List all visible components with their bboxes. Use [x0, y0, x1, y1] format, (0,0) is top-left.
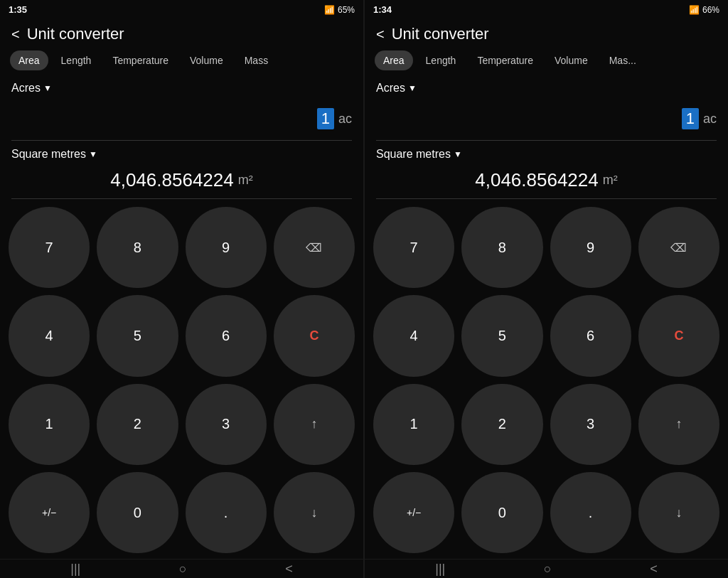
input-value-right: 1 ac	[682, 108, 717, 129]
from-unit-selector-right[interactable]: Acres ▼	[365, 76, 728, 97]
key-7-right[interactable]: 7	[373, 207, 454, 288]
key-8-left[interactable]: 8	[97, 207, 178, 288]
key-7-left[interactable]: 7	[9, 207, 90, 288]
input-value-left: 1 ac	[317, 108, 352, 129]
key-clear-left[interactable]: C	[274, 295, 355, 376]
status-icons-right: 📶 66%	[689, 5, 719, 15]
key-plusminus-left[interactable]: +/−	[9, 472, 90, 553]
key-6-right[interactable]: 6	[550, 295, 631, 376]
nav-back-right[interactable]: <	[650, 562, 658, 577]
key-2-left[interactable]: 2	[97, 384, 178, 465]
key-9-left[interactable]: 9	[186, 207, 267, 288]
tab-area-left[interactable]: Area	[10, 50, 48, 70]
left-phone-panel: 1:35 📶 65% < Unit converter Area Length …	[0, 0, 364, 578]
output-unit-label-left: Square metres	[11, 148, 86, 161]
status-time-left: 1:35	[9, 4, 27, 15]
key-8-right[interactable]: 8	[461, 207, 542, 288]
battery-left: 65%	[338, 5, 355, 15]
tab-temperature-left[interactable]: Temperature	[104, 50, 177, 70]
key-plusminus-right[interactable]: +/−	[373, 472, 454, 553]
status-bar-right: 1:34 📶 66%	[365, 0, 728, 19]
key-5-left[interactable]: 5	[97, 295, 178, 376]
nav-recents-right[interactable]: |||	[435, 562, 445, 577]
status-time-right: 1:34	[373, 4, 392, 15]
nav-recents-left[interactable]: |||	[70, 562, 80, 577]
battery-right: 66%	[702, 5, 719, 15]
output-divider-right	[376, 198, 717, 199]
output-unit-selector-right[interactable]: Square metres ▼	[365, 141, 728, 165]
key-3-right[interactable]: 3	[550, 384, 631, 465]
key-0-right[interactable]: 0	[461, 472, 542, 553]
output-unit-arrow-right: ▼	[454, 149, 462, 159]
key-9-right[interactable]: 9	[550, 207, 631, 288]
output-unit-label-right: Square metres	[376, 148, 451, 161]
signal-icon-left: 📶	[324, 5, 335, 15]
tab-volume-left[interactable]: Volume	[181, 50, 232, 70]
nav-bar-right: ||| ○ <	[365, 559, 728, 578]
keypad-right: 7 8 9 ⌫ 4 5 6 C 1 2 3 ↑ +/− 0 . ↓	[365, 201, 728, 559]
nav-home-right[interactable]: ○	[544, 562, 552, 577]
tab-length-right[interactable]: Length	[417, 50, 465, 70]
output-divider-left	[11, 198, 352, 199]
key-1-right[interactable]: 1	[373, 384, 454, 465]
tab-area-right[interactable]: Area	[375, 50, 413, 70]
status-icons-left: 📶 65%	[324, 5, 355, 15]
from-unit-label-left: Acres	[11, 82, 41, 95]
tabs-row-left: Area Length Temperature Volume Mass	[0, 50, 363, 70]
tab-volume-right[interactable]: Volume	[546, 50, 596, 70]
input-area-right: 1 ac	[365, 97, 728, 140]
output-value-right: 4,046.8564224	[475, 169, 599, 191]
input-unit-right: ac	[703, 112, 717, 127]
back-button-left[interactable]: <	[11, 26, 20, 43]
key-4-right[interactable]: 4	[373, 295, 454, 376]
tab-length-left[interactable]: Length	[53, 50, 100, 70]
app-title-right: Unit converter	[392, 25, 489, 43]
key-backspace-right[interactable]: ⌫	[638, 207, 719, 288]
nav-bar-left: ||| ○ <	[0, 559, 363, 578]
input-number-right[interactable]: 1	[682, 108, 699, 129]
header-left: < Unit converter	[0, 19, 363, 50]
from-unit-selector-left[interactable]: Acres ▼	[0, 76, 363, 97]
key-0-left[interactable]: 0	[97, 472, 178, 553]
input-number-left[interactable]: 1	[317, 108, 334, 129]
key-6-left[interactable]: 6	[186, 295, 267, 376]
from-unit-arrow-left: ▼	[43, 83, 52, 93]
back-button-right[interactable]: <	[376, 26, 385, 43]
input-unit-left: ac	[338, 112, 352, 127]
nav-home-left[interactable]: ○	[179, 562, 187, 577]
input-area-left: 1 ac	[0, 97, 363, 140]
tab-mass-left[interactable]: Mass	[236, 50, 277, 70]
from-unit-arrow-right: ▼	[408, 83, 417, 93]
key-arrow-up-left[interactable]: ↑	[274, 384, 355, 465]
output-unit-sym-right: m²	[603, 173, 618, 188]
app-title-left: Unit converter	[27, 25, 124, 43]
key-decimal-left[interactable]: .	[186, 472, 267, 553]
tab-temperature-right[interactable]: Temperature	[469, 50, 542, 70]
key-1-left[interactable]: 1	[9, 384, 90, 465]
output-area-right: 4,046.8564224 m²	[365, 165, 728, 198]
key-decimal-right[interactable]: .	[550, 472, 631, 553]
from-unit-label-right: Acres	[376, 82, 405, 95]
output-value-left: 4,046.8564224	[110, 169, 234, 191]
output-unit-selector-left[interactable]: Square metres ▼	[0, 141, 363, 165]
keypad-left: 7 8 9 ⌫ 4 5 6 C 1 2 3 ↑ +/− 0 . ↓	[0, 201, 363, 559]
key-3-left[interactable]: 3	[186, 384, 267, 465]
signal-icon-right: 📶	[689, 5, 700, 15]
output-unit-sym-left: m²	[238, 173, 253, 188]
right-phone-panel: 1:34 📶 66% < Unit converter Area Length …	[364, 0, 728, 578]
key-5-right[interactable]: 5	[461, 295, 542, 376]
header-right: < Unit converter	[365, 19, 728, 50]
key-2-right[interactable]: 2	[461, 384, 542, 465]
nav-back-left[interactable]: <	[285, 562, 293, 577]
key-clear-right[interactable]: C	[638, 295, 719, 376]
status-bar-left: 1:35 📶 65%	[0, 0, 363, 19]
output-area-left: 4,046.8564224 m²	[0, 165, 363, 198]
output-unit-arrow-left: ▼	[89, 149, 97, 159]
tab-mass-right[interactable]: Mas...	[601, 50, 643, 70]
key-arrow-down-right[interactable]: ↓	[638, 472, 719, 553]
key-4-left[interactable]: 4	[9, 295, 90, 376]
key-arrow-up-right[interactable]: ↑	[638, 384, 719, 465]
tabs-row-right: Area Length Temperature Volume Mas...	[365, 50, 728, 70]
key-backspace-left[interactable]: ⌫	[274, 207, 355, 288]
key-arrow-down-left[interactable]: ↓	[274, 472, 355, 553]
